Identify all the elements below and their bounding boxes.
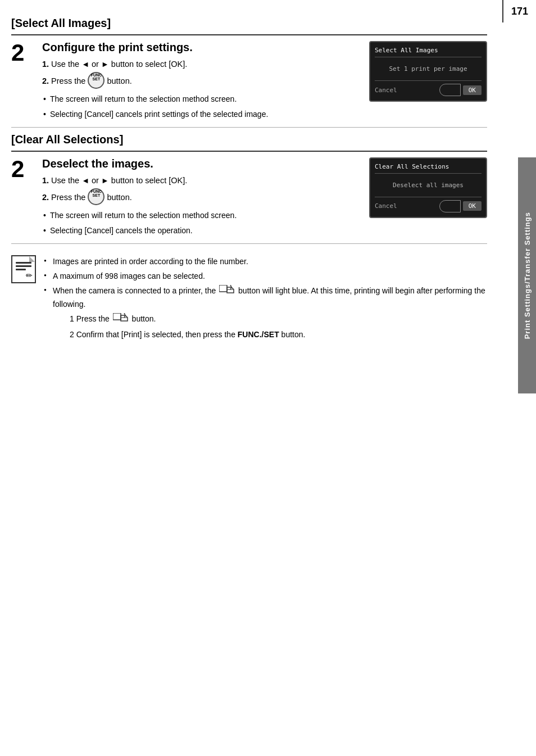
print-icon-sub1	[113, 313, 129, 325]
section2-screen-ok-wrap	[439, 200, 461, 212]
section2-inst1-suffix: button to select [OK].	[111, 176, 187, 185]
section1-func-btn: FUNCSET	[88, 72, 105, 89]
section1-header: [Select All Images]	[11, 17, 487, 30]
notes-list: Images are printed in order according to…	[44, 255, 487, 343]
section1-bullet1: The screen will return to the selection …	[42, 93, 358, 105]
section2-screen-bottom: Cancel OK	[375, 197, 482, 212]
note-item-1: Images are printed in order according to…	[44, 255, 487, 268]
print-transfer-icon	[219, 285, 235, 297]
sub1-prefix: 1 Press the	[70, 314, 112, 323]
section2-step-block: 2 Deselect the images. 1. Use the ◄ or ►…	[11, 157, 487, 244]
notes-sub-list: 1 Press the button. 2 Confi	[58, 313, 487, 341]
section2-screen-center: Deselect all images	[375, 182, 482, 189]
notes-icon-lines	[12, 256, 35, 273]
section2-bullet1: The screen will return to the selection …	[42, 210, 358, 221]
section1-screen-bottom: Cancel OK	[375, 80, 482, 96]
section1-step-content: Configure the print settings. 1. Use the…	[42, 41, 369, 120]
side-tab: Print Settings/Transfer Settings	[518, 157, 536, 393]
section1-bullet2: Selecting [Cancel] cancels print setting…	[42, 108, 358, 120]
main-content: [Select All Images] 2 Configure the prin…	[0, 0, 518, 354]
note-sub-2: 2 Confirm that [Print] is selected, then…	[58, 328, 487, 341]
section2-step-content: Deselect the images. 1. Use the ◄ or ► b…	[42, 157, 369, 237]
note-line-1	[16, 262, 31, 264]
section1-screen-ok: OK	[463, 85, 482, 95]
section1-screen-title: Select All Images	[375, 47, 482, 57]
section2-inst2-num: 2.	[42, 192, 49, 201]
section2-header: [Clear All Selections]	[11, 133, 487, 146]
section2-instruction2: 2. Press the FUNCSET button.	[42, 189, 358, 206]
section2-screen-title: Clear All Selections	[375, 163, 482, 174]
section1-inst1-suffix: button to select [OK].	[111, 60, 187, 69]
section2-or1: or	[92, 176, 101, 185]
svg-rect-2	[113, 313, 121, 320]
note-line-2	[16, 265, 31, 267]
note3-prefix: When the camera is connected to a printe…	[53, 286, 216, 295]
page-number: 171	[502, 0, 536, 22]
section2-arrow-left: ◄	[81, 175, 89, 187]
section1-or1: or	[92, 60, 101, 69]
sub2-end: button.	[281, 330, 306, 339]
note-sub-1: 1 Press the button.	[58, 313, 487, 325]
section2-step-number: 2	[11, 157, 42, 181]
notes-pencil-icon: ✏	[26, 271, 33, 280]
section1-step-number: 2	[11, 41, 42, 65]
section2-func-btn: FUNCSET	[88, 188, 105, 205]
section2-screen-ok: OK	[463, 201, 482, 211]
section1-screen: Select All Images Set 1 print per image …	[369, 41, 487, 102]
section1-instruction1: 1. Use the ◄ or ► button to select [OK].	[42, 58, 358, 71]
section1-screen-center: Set 1 print per image	[375, 65, 482, 73]
note-item-2: A maximum of 998 images can be selected.	[44, 270, 487, 282]
section1-rule	[11, 34, 487, 35]
section1-arrow-right: ►	[101, 58, 109, 70]
notes-section: ✏ Images are printed in order according …	[11, 255, 487, 343]
section2-inst1-num: 1.	[42, 176, 49, 185]
svg-rect-0	[219, 285, 227, 292]
section2-screen-cancel: Cancel	[375, 202, 397, 210]
section1-instruction2: 2. Press the FUNCSET button.	[42, 73, 358, 90]
sub2-bold: FUNC./SET	[238, 330, 279, 339]
note-line-3	[16, 269, 26, 270]
sub2-text: 2 Confirm that [Print] is selected, then…	[70, 330, 235, 339]
section2-ok-area: OK	[439, 200, 482, 212]
section1-step-block: 2 Configure the print settings. 1. Use t…	[11, 41, 487, 128]
sub1-suffix: button.	[132, 314, 156, 323]
section2-arrow-right: ►	[101, 175, 109, 187]
note-item-3: When the camera is connected to a printe…	[44, 284, 487, 341]
section2-bullet2: Selecting [Cancel] cancels the operation…	[42, 225, 358, 237]
section2-instruction1: 1. Use the ◄ or ► button to select [OK].	[42, 175, 358, 187]
section1-step-title: Configure the print settings.	[42, 41, 358, 54]
section1-inst1-num: 1.	[42, 60, 49, 69]
section1-ok-area: OK	[439, 84, 482, 96]
section2-screen: Clear All Selections Deselect all images…	[369, 157, 487, 218]
section1-inst2-num: 2.	[42, 76, 49, 85]
side-tab-label: Print Settings/Transfer Settings	[523, 212, 532, 339]
section1-screen-cancel: Cancel	[375, 87, 397, 94]
section2-rule	[11, 151, 487, 152]
section2-step-title: Deselect the images.	[42, 157, 358, 170]
section1-arrow-left: ◄	[81, 58, 89, 70]
notes-icon-wrap: ✏	[11, 255, 36, 283]
section1-screen-ok-wrap	[439, 84, 461, 96]
